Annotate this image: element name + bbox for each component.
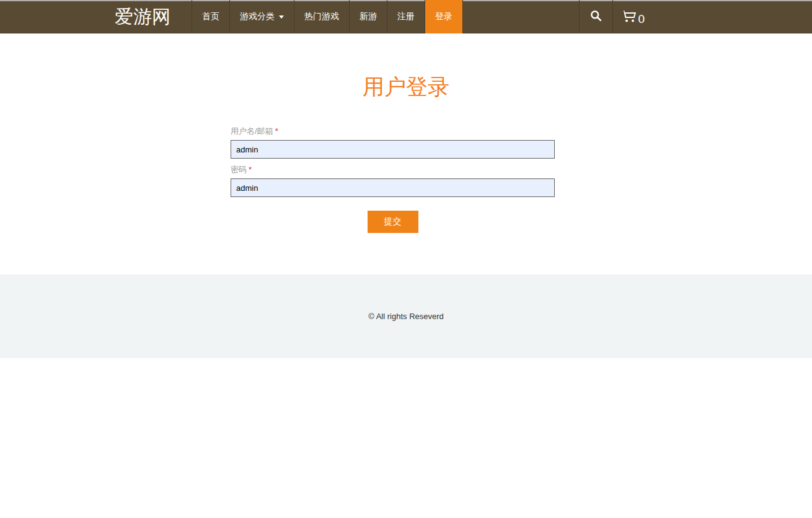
brand-logo[interactable]: 爱游网 (115, 0, 170, 33)
username-label-text: 用户名/邮箱 (231, 126, 273, 136)
required-marker: * (275, 126, 278, 136)
password-field-group: 密码* (231, 165, 555, 197)
main-content: 用户登录 用户名/邮箱* 密码* 提交 (0, 33, 812, 274)
copyright-text: © All rights Reseverd (368, 312, 444, 321)
page-title: 用户登录 (0, 33, 812, 97)
nav-item-new-games[interactable]: 新游 (349, 0, 387, 33)
nav-item-label: 游戏分类 (240, 11, 275, 22)
navbar-right: 0 (579, 0, 645, 33)
cart-count-badge: 0 (638, 12, 645, 26)
main-nav: 首页 游戏分类 热门游戏 新游 注册 登录 (192, 0, 463, 33)
password-label: 密码* (231, 165, 555, 174)
footer: © All rights Reseverd (0, 274, 812, 358)
password-label-text: 密码 (231, 165, 247, 174)
nav-item-game-categories[interactable]: 游戏分类 (229, 0, 294, 33)
username-input[interactable] (231, 140, 555, 159)
nav-item-label: 新游 (360, 11, 377, 22)
submit-row: 提交 (231, 211, 555, 233)
search-icon (589, 9, 602, 25)
nav-item-label: 热门游戏 (304, 11, 339, 22)
nav-item-label: 注册 (397, 11, 415, 22)
password-input[interactable] (231, 178, 555, 197)
required-marker: * (249, 165, 252, 174)
submit-button[interactable]: 提交 (368, 211, 418, 233)
cart-button[interactable]: 0 (613, 0, 645, 33)
nav-item-hot-games[interactable]: 热门游戏 (294, 0, 349, 33)
chevron-down-icon (279, 15, 284, 19)
nav-item-register[interactable]: 注册 (387, 0, 425, 33)
username-field-group: 用户名/邮箱* (231, 126, 555, 159)
navbar: 爱游网 首页 游戏分类 热门游戏 新游 注册 登录 (0, 0, 812, 33)
nav-item-label: 首页 (202, 11, 219, 22)
username-label: 用户名/邮箱* (231, 126, 555, 136)
nav-item-label: 登录 (435, 11, 452, 22)
nav-item-home[interactable]: 首页 (192, 0, 229, 33)
nav-item-login[interactable]: 登录 (425, 0, 463, 33)
search-button[interactable] (579, 0, 613, 33)
shopping-cart-icon (621, 8, 637, 25)
login-form: 用户名/邮箱* 密码* 提交 (231, 126, 555, 233)
